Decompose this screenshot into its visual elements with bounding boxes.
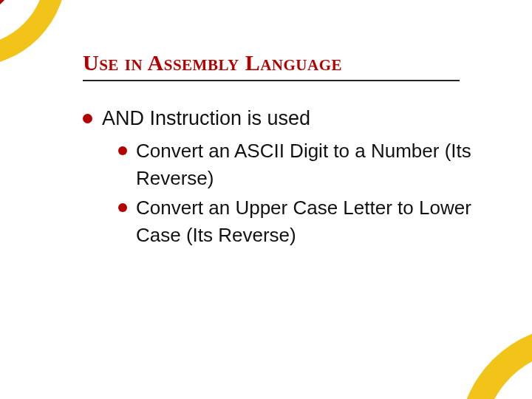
sub-bullet-list: Convert an ASCII Digit to a Number (Its … bbox=[118, 137, 480, 248]
slide-title: Use in Assembly Language bbox=[83, 50, 460, 81]
sub-bullet-2: Convert an Upper Case Letter to Lower Ca… bbox=[118, 194, 480, 248]
sub-bullet-1: Convert an ASCII Digit to a Number (Its … bbox=[118, 137, 480, 191]
bullet-list: AND Instruction is used Convert an ASCII… bbox=[83, 105, 480, 248]
bullet-text-1: AND Instruction is used bbox=[102, 107, 310, 129]
slide-container: Use in Assembly Language AND Instruction… bbox=[0, 0, 532, 399]
bullet-item-1: AND Instruction is used Convert an ASCII… bbox=[83, 105, 480, 248]
